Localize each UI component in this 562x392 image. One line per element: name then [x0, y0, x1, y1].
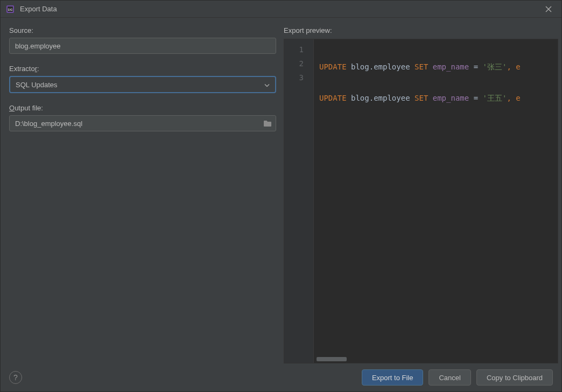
source-label: Source: [9, 26, 276, 34]
editor-gutter: 1 2 3 [284, 39, 314, 363]
export-to-file-button[interactable]: Export to File [362, 369, 424, 386]
output-file-value: D:\blog_employee.sql [15, 120, 82, 128]
extractor-label: Extractor: [9, 65, 276, 73]
output-file-field: Output file: D:\blog_employee.sql [9, 104, 276, 131]
extractor-value: SQL Updates [16, 81, 58, 89]
code-line: UPDATE blog.employee SET emp_name = '王五'… [319, 91, 558, 105]
dialog-content: Source: Extractor: SQL Updates Output fi… [1, 18, 561, 363]
right-panel: Export preview: 1 2 3 UPDATE blog.employ… [284, 26, 558, 363]
chevron-down-icon [264, 81, 270, 89]
close-button[interactable] [541, 2, 556, 17]
titlebar: DG Export Data [1, 1, 561, 18]
code-line [319, 122, 558, 136]
extractor-field: Extractor: SQL Updates [9, 65, 276, 93]
code-line: UPDATE blog.employee SET emp_name = '张三'… [319, 60, 558, 74]
output-file-input-wrap[interactable]: D:\blog_employee.sql [9, 115, 276, 131]
horizontal-scrollbar[interactable] [317, 357, 347, 361]
copy-to-clipboard-button[interactable]: Copy to Clipboard [476, 369, 553, 386]
extractor-select[interactable]: SQL Updates [9, 76, 276, 93]
source-field: Source: [9, 26, 276, 54]
window-title: Export Data [20, 5, 541, 13]
left-panel: Source: Extractor: SQL Updates Output fi… [9, 26, 276, 363]
editor-code: UPDATE blog.employee SET emp_name = '张三'… [314, 39, 558, 363]
cancel-button[interactable]: Cancel [428, 369, 470, 386]
preview-editor[interactable]: 1 2 3 UPDATE blog.employee SET emp_name … [284, 39, 558, 363]
output-file-label: Output file: [9, 104, 276, 112]
export-data-dialog: DG Export Data Source: Extractor: SQL Up… [0, 0, 562, 392]
source-input[interactable] [9, 38, 276, 54]
folder-icon[interactable] [262, 117, 273, 129]
svg-text:DG: DG [8, 8, 13, 11]
help-button[interactable]: ? [9, 371, 22, 384]
bottom-bar: ? Export to File Cancel Copy to Clipboar… [1, 363, 561, 391]
preview-label: Export preview: [284, 26, 558, 34]
app-icon: DG [6, 5, 15, 13]
